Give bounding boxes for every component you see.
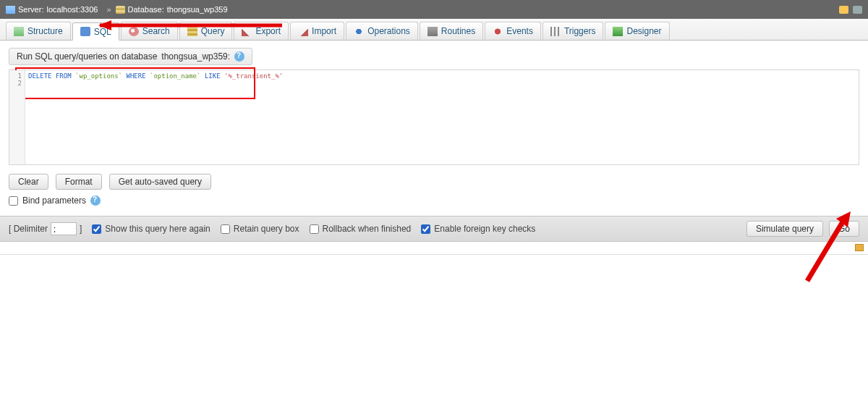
events-icon (493, 27, 503, 36)
rollback-option[interactable]: Rollback when finished (310, 224, 412, 234)
designer-icon (613, 27, 623, 36)
delimiter-label-open: [ Delimiter (9, 224, 48, 234)
footer-bar: [ Delimiter ] Show this query here again… (0, 216, 868, 242)
bind-params-checkbox[interactable] (9, 196, 18, 206)
tab-label: Triggers (564, 26, 596, 36)
breadcrumb-server[interactable]: Server: localhost:3306 (6, 5, 98, 14)
panel-title: Run SQL query/queries on database thongs… (9, 48, 252, 65)
rollback-label: Rollback when finished (323, 224, 412, 234)
get-autosaved-button[interactable]: Get auto-saved query (109, 174, 211, 190)
show-again-checkbox[interactable] (92, 224, 101, 234)
simulate-query-button[interactable]: Simulate query (746, 221, 823, 237)
tab-sql[interactable]: SQL (72, 22, 119, 41)
tab-triggers[interactable]: Triggers (542, 22, 604, 40)
go-button[interactable]: Go (829, 221, 859, 237)
tab-label: Events (506, 26, 533, 36)
tab-operations[interactable]: Operations (346, 22, 418, 40)
tab-import[interactable]: Import (290, 22, 344, 40)
triggers-icon (550, 27, 561, 36)
tab-label: Export (255, 26, 281, 36)
delimiter-label-close: ] (80, 224, 82, 234)
tab-bar: Structure SQL Search Query Export Import… (0, 19, 868, 41)
sql-editor[interactable]: 1 2 DELETE FROM `wp_options` WHERE `opti… (9, 70, 859, 165)
operations-icon (354, 27, 364, 36)
fk-checkbox[interactable] (421, 224, 430, 234)
retain-label: Retain query box (234, 224, 299, 234)
topbar-icon-1[interactable] (839, 6, 848, 14)
help-icon[interactable] (90, 195, 101, 206)
breadcrumb-server-value: localhost:3306 (46, 5, 98, 14)
show-again-option[interactable]: Show this query here again (92, 224, 210, 234)
retain-checkbox[interactable] (221, 224, 230, 234)
structure-icon (14, 27, 24, 36)
breadcrumb-database[interactable]: Database: thongsua_wp359 (116, 5, 228, 14)
breadcrumb-database-label: Database: (128, 5, 164, 14)
tab-search[interactable]: Search (121, 22, 178, 40)
tab-label: Import (312, 26, 336, 36)
tab-structure[interactable]: Structure (6, 22, 71, 40)
delimiter-input[interactable] (51, 222, 77, 235)
tab-export[interactable]: Export (234, 22, 289, 40)
server-icon (6, 6, 15, 14)
editor-actions: Clear Format Get auto-saved query (9, 174, 859, 190)
import-icon (298, 27, 308, 36)
panel-title-prefix: Run SQL query/queries on database (17, 51, 157, 62)
breadcrumb: Server: localhost:3306 » Database: thong… (0, 0, 868, 19)
tab-label: Query (201, 26, 225, 36)
tab-label: Routines (441, 26, 475, 36)
topbar-icon-2[interactable] (853, 6, 862, 14)
tab-events[interactable]: Events (485, 22, 541, 40)
line-number: 1 (9, 72, 22, 80)
delimiter-field: [ Delimiter ] (9, 222, 82, 235)
show-again-label: Show this query here again (105, 224, 210, 234)
export-icon (242, 27, 252, 36)
retain-option[interactable]: Retain query box (221, 224, 299, 234)
routines-icon (427, 27, 438, 36)
fk-option[interactable]: Enable foreign key checks (421, 224, 535, 234)
clear-button[interactable]: Clear (9, 174, 48, 190)
sql-icon (80, 27, 90, 36)
breadcrumb-database-value: thongsua_wp359 (167, 5, 228, 14)
format-button[interactable]: Format (56, 174, 102, 190)
bind-params-label: Bind parameters (22, 195, 86, 206)
search-icon (129, 27, 139, 36)
breadcrumb-server-label: Server: (18, 5, 43, 14)
tab-routines[interactable]: Routines (420, 22, 483, 40)
tab-designer[interactable]: Designer (605, 22, 669, 40)
fk-label: Enable foreign key checks (434, 224, 535, 234)
line-gutter: 1 2 (9, 70, 25, 164)
line-number: 2 (9, 80, 22, 87)
rollback-checkbox[interactable] (310, 224, 319, 234)
panel-title-db: thongsua_wp359: (161, 51, 230, 62)
bind-params-row: Bind parameters (9, 195, 859, 206)
query-icon (187, 27, 197, 36)
bookmark-icon[interactable] (855, 244, 864, 251)
tab-label: SQL (94, 27, 111, 37)
breadcrumb-separator: » (106, 5, 111, 14)
tab-query[interactable]: Query (179, 22, 233, 40)
tab-label: Designer (626, 26, 661, 36)
sql-code[interactable]: DELETE FROM `wp_options` WHERE `option_n… (28, 72, 856, 80)
status-strip (0, 242, 868, 255)
database-icon (116, 6, 125, 14)
help-icon[interactable] (234, 51, 244, 62)
tab-label: Operations (367, 26, 410, 36)
tab-label: Search (142, 26, 170, 36)
tab-label: Structure (27, 26, 63, 36)
